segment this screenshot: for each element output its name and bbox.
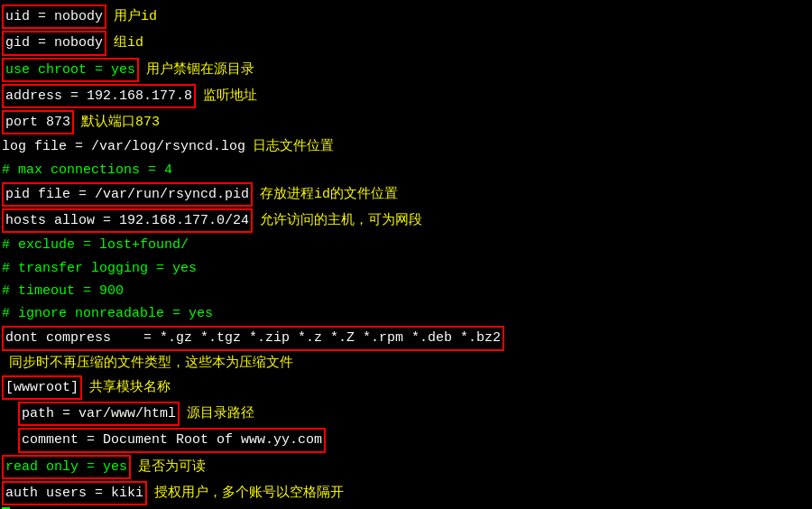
line-pidfile: pid file = /var/run/rsyncd.pid 存放进程id的文件… — [0, 181, 812, 208]
annotation-wwwroot: 共享模块名称 — [89, 377, 171, 398]
line-logfile: log file = /var/log/rsyncd.log 日志文件位置 — [0, 135, 812, 158]
comment-ignore: # ignore nonreadable = yes — [2, 303, 213, 324]
boxed-comment: comment = Document Root of www.yy.com — [18, 428, 326, 452]
boxed-address: address = 192.168.177.8 — [2, 84, 196, 108]
comment-timeout: # timeout = 900 — [2, 281, 124, 301]
boxed-hostsallow: hosts allow = 192.168.177.0/24 — [2, 208, 253, 233]
line-gid: gid = nobody 组id — [0, 30, 812, 56]
line-readonly: read only = yes 是否为可读 — [0, 454, 812, 480]
annotation-authusers: 授权用户，多个账号以空格隔开 — [154, 483, 344, 504]
annotation-logfile: 日志文件位置 — [253, 136, 334, 157]
line-maxconn: # max connections = 4 — [0, 159, 812, 181]
boxed-wwwroot: [wwwroot] — [2, 375, 82, 400]
comment-maxconn: # max connections = 4 — [2, 160, 172, 180]
line-transfer: # transfer logging = yes — [0, 257, 812, 280]
line-address: address = 192.168.177.8 监听地址 — [0, 83, 812, 109]
boxed-dontcompress: dont compress = *.gz *.tgz *.zip *.z *.Z… — [2, 326, 504, 350]
line-comment: comment = Document Root of www.yy.com — [0, 427, 812, 453]
boxed-readonly: read only = yes — [2, 455, 131, 479]
line-timeout: # timeout = 900 — [0, 280, 812, 302]
line-ignore: # ignore nonreadable = yes — [0, 302, 812, 325]
line-uid: uid = nobody 用户id — [0, 4, 812, 30]
comment-exclude: # exclude = lost+found/ — [2, 235, 189, 255]
boxed-path: path = var/www/html — [18, 402, 180, 426]
line-wwwroot: [wwwroot] 共享模块名称 — [0, 375, 812, 401]
line-path: path = var/www/html 源目录路径 — [0, 401, 812, 427]
line-hostsallow: hosts allow = 192.168.177.0/24 允许访问的主机，可… — [0, 208, 812, 234]
line-dontcompress: dont compress = *.gz *.tgz *.zip *.z *.Z… — [0, 325, 812, 351]
annotation-path: 源目录路径 — [187, 403, 254, 424]
boxed-port: port 873 — [2, 110, 74, 134]
boxed-use_chroot: use chroot = yes — [2, 58, 139, 82]
annotation-uid: 用户id — [114, 6, 157, 27]
boxed-gid: gid = nobody — [2, 31, 106, 55]
annotation-port: 默认端口873 — [81, 112, 160, 133]
boxed-pidfile: pid file = /var/run/rsyncd.pid — [2, 182, 253, 207]
line-dontcompress_annotation: 同步时不再压缩的文件类型，这些本为压缩文件 — [0, 352, 812, 375]
annotation-pidfile: 存放进程id的文件位置 — [260, 184, 398, 205]
annotation-address: 监听地址 — [203, 86, 257, 106]
code-logfile: log file = /var/log/rsyncd.log — [2, 136, 245, 157]
annotation-hostsallow: 允许访问的主机，可为网段 — [260, 210, 422, 231]
line-use_chroot: use chroot = yes 用户禁锢在源目录 — [0, 57, 812, 83]
line-authusers: auth users = kiki 授权用户，多个账号以空格隔开 — [0, 480, 812, 506]
line-port: port 873 默认端口873 — [0, 109, 812, 135]
boxed-authusers: auth users = kiki — [2, 481, 147, 505]
boxed-uid: uid = nobody — [2, 5, 106, 29]
annotation-gid: 组id — [114, 32, 143, 53]
line-exclude: # exclude = lost+found/ — [0, 234, 812, 256]
comment-transfer: # transfer logging = yes — [2, 258, 197, 279]
annotation-readonly: 是否为可读 — [138, 457, 206, 477]
terminal: uid = nobody 用户idgid = nobody 组iduse chr… — [0, 4, 812, 509]
annotation-dontcompress_annotation: 同步时不再压缩的文件类型，这些本为压缩文件 — [9, 353, 293, 374]
annotation-use_chroot: 用户禁锢在源目录 — [146, 60, 254, 80]
